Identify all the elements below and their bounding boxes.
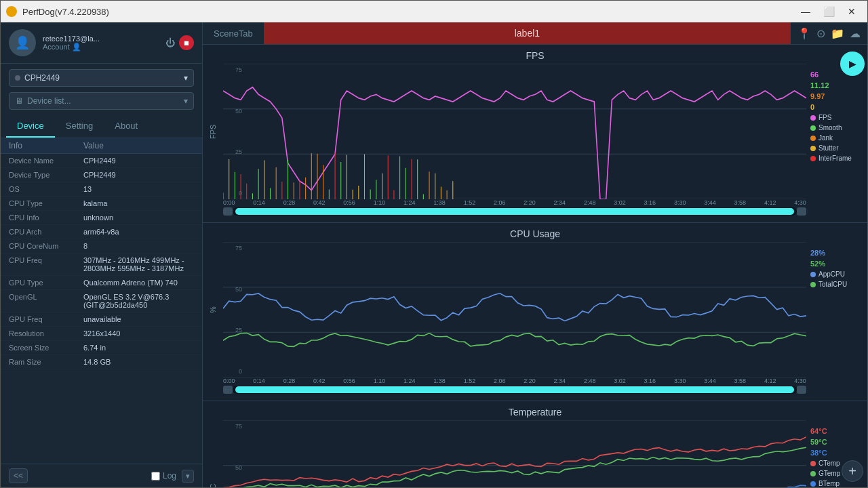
chart-area-1: 7550250 <box>223 242 806 378</box>
info-val: kalama <box>83 199 194 207</box>
scrollbar-row-1 <box>203 386 867 394</box>
tab-device[interactable]: Device <box>6 115 55 138</box>
scene-tab[interactable]: SceneTab <box>203 23 264 44</box>
maximize-button[interactable]: ⬜ <box>818 3 839 20</box>
chart-legend-1: 28%52%AppCPUTotalCPU <box>806 242 867 378</box>
table-row: CPU Info unknown <box>1 211 202 225</box>
col-header-value: Value <box>83 141 104 150</box>
main-panel: SceneTab label1 📍 ⊙ 📁 ☁ FPSFPS7550250661… <box>203 22 867 487</box>
chart-block-2: Temperature°C755025064°C59°C38°CCTempGTe… <box>203 401 867 487</box>
scrollbar-right-handle-1[interactable] <box>797 386 806 394</box>
charts-container: FPSFPS75502506611.129.970FPSSmoothJankSt… <box>203 45 867 487</box>
x-tick-1-13: 3:02 <box>614 378 626 384</box>
x-tick-1-2: 0:28 <box>283 378 296 384</box>
device-status-dot <box>15 75 20 81</box>
titlebar: PerfDog(v7.4.220938) — ⬜ ✕ <box>1 1 867 22</box>
x-tick-0-12: 2:48 <box>584 199 596 206</box>
scrollbar-left-handle-0[interactable] <box>223 207 233 216</box>
x-tick-1-17: 3:58 <box>734 378 747 384</box>
table-row: Device Name CPH2449 <box>1 154 202 168</box>
scrollbar-right-handle-0[interactable] <box>797 207 806 216</box>
chart-svg-2 <box>223 420 806 487</box>
x-tick-1-18: 4:12 <box>764 378 776 384</box>
info-key: CPU Arch <box>9 228 83 236</box>
chart-area-2: 7550250 <box>223 420 806 487</box>
chart-legend-0: 6611.129.970FPSSmoothJankStutterInterFra… <box>806 64 867 199</box>
total-cpu-line <box>223 333 806 346</box>
legend-value-2-1: 59°C <box>810 438 863 446</box>
scene-tab-bar: SceneTab label1 📍 ⊙ 📁 ☁ <box>203 22 867 45</box>
legend-item-0-2: Jank <box>810 134 863 142</box>
x-tick-0-9: 2:06 <box>494 199 506 206</box>
scrollbar-thumb-1[interactable] <box>235 386 794 393</box>
info-key: Device Name <box>9 157 83 165</box>
app-cpu-line <box>223 293 806 321</box>
legend-item-1-1: TotalCPU <box>810 281 863 288</box>
legend-value-2-0: 64°C <box>810 427 863 435</box>
log-checkbox[interactable] <box>151 472 160 481</box>
chart-scrollbar-1[interactable] <box>233 386 797 394</box>
info-key: OS <box>9 185 83 193</box>
legend-value-0-1: 11.12 <box>810 81 863 89</box>
close-button[interactable]: ✕ <box>842 3 862 20</box>
legend-item-0-1: Smooth <box>810 124 863 131</box>
app-select[interactable]: 🖥 Device list... ▾ <box>9 92 194 110</box>
play-button[interactable] <box>840 52 865 76</box>
folder-icon[interactable]: 📁 <box>831 27 844 40</box>
scrollbar-row-0 <box>203 207 867 216</box>
y-ticks-2: 7550250 <box>223 420 242 487</box>
account-info: retece1173@la... Account 👤 <box>43 35 159 52</box>
table-row: OS 13 <box>1 182 202 197</box>
info-val: OpenGL ES 3.2 V@676.3 (GIT@2b5d2da450 <box>83 293 194 309</box>
active-scene-label: label1 <box>264 22 791 44</box>
chart-scrollbar-0[interactable] <box>233 207 797 216</box>
x-axis-1: 0:000:140:280:420:561:101:241:381:522:06… <box>203 378 867 384</box>
scrollbar-thumb-0[interactable] <box>235 208 794 215</box>
tab-about[interactable]: About <box>104 115 149 138</box>
chart-block-1: CPU Usage%755025028%52%AppCPUTotalCPU0:0… <box>203 223 867 401</box>
circle-icon[interactable]: ⊙ <box>816 27 825 40</box>
x-tick-1-6: 1:24 <box>403 378 416 384</box>
x-tick-1-19: 4:30 <box>794 378 806 384</box>
info-val: 8 <box>83 242 194 250</box>
x-tick-1-1: 0:14 <box>253 378 265 384</box>
window-title: PerfDog(v7.4.220938) <box>22 7 790 17</box>
minimize-button[interactable]: — <box>795 3 816 20</box>
chart-svg-1 <box>223 242 806 378</box>
x-tick-1-5: 1:10 <box>374 378 386 384</box>
legend-dot-0-2 <box>810 136 816 141</box>
x-tick-0-10: 2:20 <box>524 199 536 206</box>
chart-area-0: 7550250 <box>223 64 806 199</box>
collapse-button[interactable]: << <box>9 468 28 483</box>
cloud-icon[interactable]: ☁ <box>850 27 861 40</box>
table-row: CPU CoreNum 8 <box>1 239 202 253</box>
avatar: 👤 <box>9 29 36 56</box>
log-dropdown[interactable]: ▾ <box>182 470 194 483</box>
x-tick-0-7: 1:38 <box>433 199 446 206</box>
table-row: CPU Freq 307MHz - 2016MHz 499MHz - 2803M… <box>1 253 202 276</box>
record-button[interactable]: ⏹ <box>179 35 194 50</box>
scrollbar-left-handle-1[interactable] <box>223 386 233 394</box>
legend-item-1-0: AppCPU <box>810 270 863 278</box>
x-tick-0-6: 1:24 <box>403 199 416 206</box>
info-val: 13 <box>83 185 194 193</box>
legend-dot-1-0 <box>810 272 816 277</box>
x-tick-0-4: 0:56 <box>343 199 355 206</box>
location-icon[interactable]: 📍 <box>797 27 811 40</box>
legend-label-0-4: InterFrame <box>818 155 852 162</box>
add-chart-button[interactable]: + <box>842 460 863 482</box>
table-row: OpenGL OpenGL ES 3.2 V@676.3 (GIT@2b5d2d… <box>1 290 202 312</box>
power-icon[interactable]: ⏻ <box>165 37 175 48</box>
x-tick-0-1: 0:14 <box>253 199 265 206</box>
tab-setting[interactable]: Setting <box>55 115 104 138</box>
legend-dot-2-0 <box>810 461 816 466</box>
device-select[interactable]: CPH2449 ▾ <box>9 69 194 87</box>
content-area: 👤 retece1173@la... Account 👤 ⏻ ⏹ <box>1 22 867 487</box>
legend-label-2-2: BTemp <box>818 480 840 487</box>
device-select-chevron-icon: ▾ <box>184 73 188 83</box>
log-checkbox-row[interactable]: Log <box>151 471 176 481</box>
account-badge-icon: 👤 <box>72 43 81 51</box>
table-row: CPU Type kalama <box>1 197 202 211</box>
info-key: CPU Type <box>9 199 83 207</box>
chart-container-1: %755025028%52%AppCPUTotalCPU <box>203 242 867 378</box>
